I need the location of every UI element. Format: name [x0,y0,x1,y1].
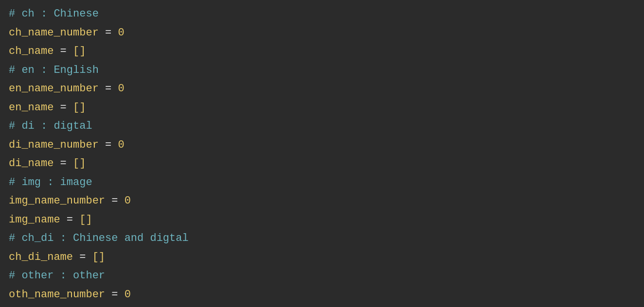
value-text: [] [79,304,92,307]
value-text: [] [73,42,86,61]
comment-text: # ch_di : Chinese and digtal [9,229,189,248]
code-line: en_name = [] [9,99,635,118]
operator-text: = [54,42,73,61]
variable-name: di_name [9,154,54,173]
code-line: oth_name = [] [9,304,635,307]
code-line: # img : image [9,173,635,192]
code-line: ch_name = [] [9,42,635,61]
operator-text: = [54,99,73,118]
value-text: [] [92,248,105,267]
code-line: img_name_number = 0 [9,192,635,211]
variable-name: img_name [9,211,60,230]
code-line: ch_di_name = [] [9,248,635,267]
variable-name: oth_name [9,304,60,307]
operator-text: = [105,192,125,211]
variable-name: di_name_number [9,136,99,155]
variable-name: en_name [9,99,54,118]
code-line: # ch : Chinese [9,5,635,24]
value-text: [] [73,154,86,173]
code-editor: # ch : Chinesech_name_number = 0ch_name … [9,5,635,307]
comment-text: # other : other [9,267,105,286]
code-line: img_name = [] [9,211,635,230]
value-text: 0 [118,24,124,43]
code-line: # other : other [9,267,635,286]
variable-name: oth_name_number [9,286,105,305]
operator-text: = [105,286,125,305]
operator-text: = [99,24,118,43]
operator-text: = [99,80,118,99]
value-text: [] [79,211,92,230]
code-line: di_name = [] [9,154,635,173]
code-line: di_name_number = 0 [9,136,635,155]
value-text: [] [73,99,86,118]
comment-text: # img : image [9,173,92,192]
variable-name: img_name_number [9,192,105,211]
variable-name: ch_name [9,42,54,61]
value-text: 0 [125,192,131,211]
value-text: 0 [118,136,124,155]
variable-name: en_name_number [9,80,99,99]
operator-text: = [60,211,80,230]
code-line: # en : English [9,61,635,80]
code-line: en_name_number = 0 [9,80,635,99]
code-line: # ch_di : Chinese and digtal [9,229,635,248]
variable-name: ch_di_name [9,248,73,267]
operator-text: = [99,136,118,155]
operator-text: = [60,304,80,307]
value-text: 0 [125,286,131,305]
operator-text: = [73,248,92,267]
comment-text: # di : digtal [9,117,92,136]
comment-text: # ch : Chinese [9,5,99,24]
code-line: ch_name_number = 0 [9,24,635,43]
operator-text: = [54,154,73,173]
code-line: oth_name_number = 0 [9,286,635,305]
code-line: # di : digtal [9,117,635,136]
value-text: 0 [118,80,124,99]
comment-text: # en : English [9,61,99,80]
variable-name: ch_name_number [9,24,99,43]
